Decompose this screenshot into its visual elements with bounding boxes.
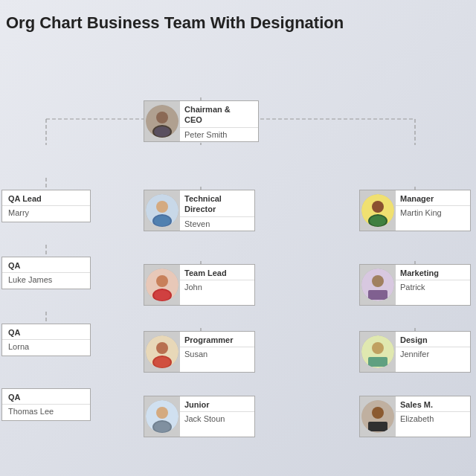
svg-rect-40 [368,290,387,300]
junior-photo [144,396,180,437]
svg-point-21 [154,216,170,226]
node-design: Design Jennifer [359,331,471,373]
ceo-photo [144,101,180,141]
svg-point-37 [370,216,386,226]
page-title: Org Chart Business Team With Designation [0,0,476,40]
team-lead-name: John [180,280,254,294]
svg-rect-43 [368,357,387,367]
tech-dir-avatar [146,194,178,227]
node-qa1: QA Luke James [1,257,91,289]
mark-name: Patrick [396,280,470,294]
mark-info: Marketing Patrick [396,265,470,305]
node-ceo: Chairman & CEO Peter Smith [144,100,259,142]
sales-photo [360,396,396,437]
tech-dir-info: Technical Director Steven [180,190,254,231]
svg-rect-46 [368,422,387,431]
sales-name: Elizabeth [396,412,470,425]
node-mark: Marketing Patrick [359,264,471,306]
manager-name: Martin King [396,206,470,219]
node-sales: Sales M. Elizabeth [359,396,471,437]
qa-lead-title: QA Lead [2,190,90,206]
qa1-title: QA [2,257,90,273]
sales-info: Sales M. Elizabeth [396,396,470,437]
design-name: Jennifer [396,347,470,361]
mark-avatar [361,268,394,301]
svg-point-42 [372,342,384,354]
svg-point-15 [156,112,168,123]
manager-title: Manager [396,190,470,206]
svg-point-45 [372,407,384,419]
sales-avatar [361,400,394,433]
svg-point-27 [156,342,168,354]
sales-title: Sales M. [396,396,470,412]
node-junior: Junior Jack Stoun [144,396,255,437]
programmer-name: Susan [180,347,254,361]
svg-point-25 [154,290,170,300]
design-info: Design Jennifer [396,332,470,372]
tech-dir-name: Steven [180,217,254,231]
junior-name: Jack Stoun [180,412,254,425]
node-qa2: QA Lorna [1,324,91,356]
tech-dir-title: Technical Director [180,190,254,217]
node-qa3: QA Thomas Lee [1,388,91,421]
chart-area: Chairman & CEO Peter Smith QA Lead Marry… [0,45,476,476]
tech-dir-photo [144,190,180,231]
qa2-title: QA [2,324,90,340]
manager-avatar [361,194,394,227]
manager-info: Manager Martin King [396,190,470,231]
programmer-title: Programmer [180,332,254,347]
design-avatar [361,335,394,368]
qa2-name: Lorna [2,340,90,353]
qa1-name: Luke James [2,273,90,286]
ceo-avatar [146,105,178,138]
ceo-info: Chairman & CEO Peter Smith [180,101,258,141]
team-lead-title: Team Lead [180,265,254,280]
svg-point-29 [154,357,170,367]
junior-avatar [146,400,178,433]
node-qa-lead: QA Lead Marry [1,190,91,222]
design-photo [360,332,396,372]
node-team-lead: Team Lead John [144,264,255,306]
qa3-title: QA [2,389,90,405]
node-tech-dir: Technical Director Steven [144,190,255,231]
svg-point-23 [156,275,168,287]
mark-title: Marketing [396,265,470,280]
programmer-photo [144,332,180,372]
programmer-info: Programmer Susan [180,332,254,372]
junior-info: Junior Jack Stoun [180,396,254,437]
svg-point-33 [154,422,170,432]
ceo-title: Chairman & CEO [180,101,258,128]
qa-lead-name: Marry [2,206,90,219]
mark-photo [360,265,396,305]
node-programmer: Programmer Susan [144,331,255,373]
svg-point-39 [372,275,384,287]
programmer-avatar [146,335,178,368]
svg-point-35 [372,201,384,213]
team-lead-avatar [146,268,178,301]
junior-title: Junior [180,396,254,412]
team-lead-info: Team Lead John [180,265,254,305]
node-manager: Manager Martin King [359,190,471,231]
ceo-name: Peter Smith [180,128,258,141]
svg-point-17 [154,126,170,137]
svg-point-31 [156,407,168,419]
manager-photo [360,190,396,231]
team-lead-photo [144,265,180,305]
svg-point-19 [156,201,168,213]
design-title: Design [396,332,470,347]
qa3-name: Thomas Lee [2,405,90,418]
